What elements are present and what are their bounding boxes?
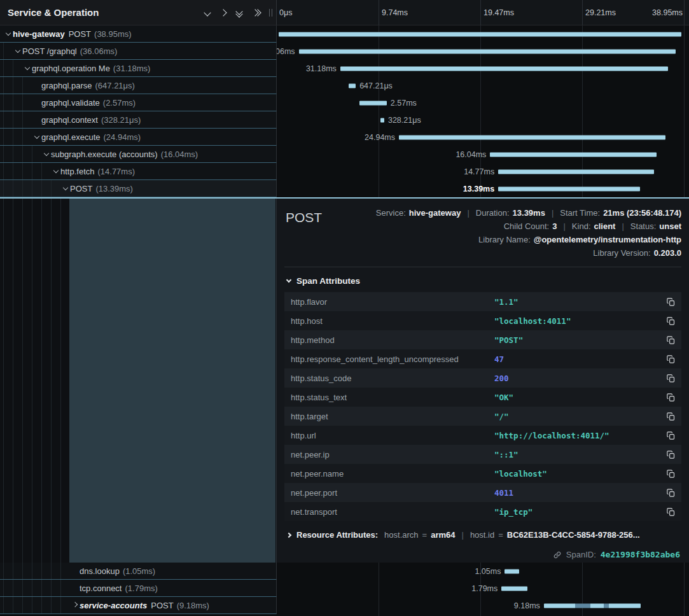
attribute-key: http.status_code (284, 374, 494, 383)
span-name-cell[interactable]: graphql.context(328.21μs) (0, 111, 277, 129)
span-bar[interactable] (505, 569, 519, 573)
indent-guide (13, 94, 22, 111)
ruler-tick-line (684, 0, 685, 25)
attribute-value: "http://localhost:4011/" (494, 431, 660, 440)
indent-guide (32, 146, 41, 162)
copy-icon[interactable] (660, 354, 681, 364)
span-attributes-toggle[interactable]: Span Attributes (284, 267, 681, 292)
span-duration-label: 24.94ms (365, 133, 395, 142)
span-bar[interactable] (299, 49, 676, 53)
span-duration: (647.21μs) (95, 81, 135, 90)
span-id-value: 4e21998f3b82abe6 (601, 550, 680, 559)
span-row: POST /graphql(36.06ms)36.06ms (0, 43, 689, 60)
indent-guide (32, 199, 32, 563)
attribute-key: net.transport (284, 507, 494, 517)
span-name-cell[interactable]: http.fetch(14.77ms) (0, 163, 277, 180)
span-bar[interactable] (498, 186, 640, 191)
copy-icon[interactable] (660, 469, 681, 479)
span-name-cell[interactable]: graphql.validate(2.57ms) (0, 94, 277, 111)
resource-attributes-toggle[interactable]: Resource Attributes: (287, 530, 378, 540)
copy-icon[interactable] (660, 412, 681, 421)
chevron-down-icon[interactable] (3, 32, 13, 35)
span-name-cell[interactable]: graphql.parse(647.21μs) (0, 77, 277, 94)
indent-guide (3, 94, 13, 111)
span-bar[interactable] (349, 83, 356, 88)
copy-icon[interactable] (660, 431, 681, 440)
panel-resizer-handle[interactable] (269, 9, 270, 17)
copy-icon[interactable] (660, 450, 681, 459)
chevron-down-icon[interactable] (41, 153, 51, 155)
span-bar[interactable] (490, 152, 657, 157)
chevron-down-glyph (204, 9, 211, 16)
chevron-down-icon[interactable] (32, 136, 41, 138)
copy-icon[interactable] (660, 316, 681, 326)
span-name-cell[interactable]: subgraph.execute (accounts)(16.04ms) (0, 146, 277, 163)
chevron-right-icon[interactable] (221, 10, 226, 15)
bar-track: 31.18ms (277, 60, 684, 77)
tree-header-actions (205, 9, 260, 17)
span-name-cell[interactable]: hive-gatewayPOST(38.95ms) (0, 25, 277, 43)
attribute-value: "OK" (494, 393, 660, 402)
indent-guide (3, 111, 13, 128)
indent-guide (13, 111, 22, 128)
span-bar[interactable] (399, 135, 665, 139)
span-bar[interactable] (498, 169, 654, 174)
copy-icon[interactable] (660, 507, 681, 517)
span-row: tcp.connect(1.79ms)1.79ms (0, 580, 689, 597)
span-bar[interactable] (501, 586, 527, 591)
indent-guide (32, 563, 41, 579)
attribute-value: "localhost:4011" (494, 316, 660, 326)
bar-track: 2.57ms (277, 94, 684, 111)
copy-icon[interactable] (660, 393, 681, 402)
copy-icon[interactable] (660, 335, 681, 345)
indent-guide (3, 60, 13, 76)
span-name-cell[interactable]: graphql.operation Me(31.18ms) (0, 60, 277, 77)
double-chevron-right-icon[interactable] (253, 10, 260, 15)
chevron-down-icon[interactable] (22, 67, 32, 69)
chevron-down-icon[interactable] (51, 170, 60, 172)
attribute-row: http.status_text"OK" (284, 388, 681, 407)
link-icon[interactable] (553, 550, 562, 559)
indent-guide (13, 597, 22, 613)
span-bar[interactable] (359, 101, 387, 105)
attribute-row: net.peer.name"localhost" (284, 464, 681, 483)
span-name-cell[interactable]: POST /graphql(36.06ms) (0, 43, 277, 60)
span-rows-top: hive-gatewayPOST(38.95ms)POST /graphql(3… (0, 25, 689, 197)
copy-icon[interactable] (660, 374, 681, 383)
chevron-down-icon[interactable] (13, 50, 22, 52)
indent-guide (22, 597, 32, 613)
span-bar-cell: 14.77ms (277, 163, 689, 180)
indent-guide (22, 111, 32, 128)
attribute-row: http.url"http://localhost:4011/" (284, 426, 681, 445)
span-name-cell[interactable]: POST(13.39ms) (0, 180, 277, 197)
span-row: graphql.execute(24.94ms)24.94ms (0, 129, 689, 146)
operation-name: graphql.validate (41, 98, 100, 108)
indent-guide (22, 146, 32, 162)
span-duration-label: 1.05ms (475, 567, 501, 576)
attribute-value: 4011 (494, 488, 660, 498)
span-bar[interactable] (279, 32, 681, 36)
copy-icon[interactable] (660, 297, 681, 307)
meta-value: client (594, 221, 616, 231)
chevron-down-icon[interactable] (205, 10, 210, 15)
span-bar[interactable] (340, 66, 668, 71)
chevron-right-icon[interactable] (70, 604, 80, 606)
span-name-cell[interactable]: tcp.connect(1.79ms) (0, 580, 277, 597)
span-duration: (16.04ms) (161, 150, 198, 159)
span-bar[interactable] (380, 118, 384, 122)
copy-icon[interactable] (660, 488, 681, 498)
tree-panel-header: Service & Operation (0, 0, 277, 25)
span-name-cell[interactable]: dns.lookup(1.05ms) (0, 563, 277, 580)
span-bar[interactable] (544, 603, 641, 608)
span-name-cell[interactable]: graphql.execute(24.94ms) (0, 129, 277, 146)
span-name-cell[interactable]: service-accountsPOST(9.18ms) (0, 597, 277, 614)
chevron-down-icon[interactable] (60, 187, 70, 190)
indent-guide (51, 563, 60, 579)
indent-guide (13, 60, 22, 76)
meta-separator: | (622, 221, 623, 231)
span-duration: (24.94ms) (104, 132, 141, 142)
meta-value: 21ms (23:56:48.174) (603, 208, 681, 218)
double-chevron-down-icon[interactable] (237, 9, 242, 17)
span-meta: Service:hive-gateway|Duration:13.39ms|St… (376, 206, 681, 258)
span-detail-panel: POST Service:hive-gateway|Duration:13.39… (277, 199, 689, 563)
